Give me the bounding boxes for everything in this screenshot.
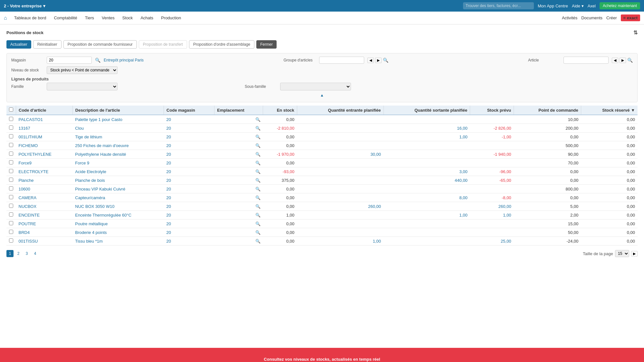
row-code[interactable]: ENCEINTE: [16, 211, 73, 219]
mon-app-centre-link[interactable]: Mon App Centre: [538, 4, 568, 8]
row-checkbox[interactable]: [9, 195, 13, 199]
row-description[interactable]: Planche de bois: [72, 176, 164, 185]
row-checkbox[interactable]: [9, 204, 13, 208]
row-code[interactable]: ELECTROLYTE: [16, 167, 73, 176]
location-icon[interactable]: 🔍: [255, 161, 260, 165]
row-emplacement[interactable]: 🔍: [214, 202, 263, 211]
row-code[interactable]: Planche: [16, 176, 73, 185]
col-qte-sortante[interactable]: Quantité sortante planifiée: [384, 106, 470, 115]
row-checkbox[interactable]: [9, 221, 13, 225]
nav-item-ventes[interactable]: Ventes: [99, 14, 118, 22]
row-checkbox[interactable]: [9, 230, 13, 234]
location-icon[interactable]: 🔍: [255, 117, 260, 122]
row-magasin[interactable]: 20: [164, 228, 214, 237]
location-icon[interactable]: 🔍: [255, 169, 260, 174]
row-description[interactable]: Polyethylene Haute densité: [72, 150, 164, 159]
row-magasin[interactable]: 20: [164, 193, 214, 202]
col-en-stock[interactable]: En stock: [263, 106, 297, 115]
article-prev-btn[interactable]: ◀: [612, 58, 618, 63]
location-icon[interactable]: 🔍: [255, 126, 260, 131]
row-emplacement[interactable]: 🔍: [214, 228, 263, 237]
row-emplacement[interactable]: 🔍: [214, 237, 263, 246]
row-code[interactable]: 13167: [16, 124, 73, 133]
row-checkbox[interactable]: [9, 186, 13, 190]
page-num-2[interactable]: 2: [15, 250, 22, 257]
page-num-4[interactable]: 4: [32, 250, 39, 257]
actualiser-button[interactable]: Actualiser: [6, 40, 31, 49]
row-magasin[interactable]: 20: [164, 176, 214, 185]
row-emplacement[interactable]: 🔍: [214, 167, 263, 176]
page-next-btn[interactable]: ▶: [631, 251, 638, 256]
row-checkbox[interactable]: [9, 160, 13, 164]
row-description[interactable]: NUC BOX 3050 W10: [72, 202, 164, 211]
row-emplacement[interactable]: 🔍: [214, 133, 263, 141]
select-all-header[interactable]: [6, 106, 16, 115]
collapse-arrow[interactable]: ▲: [11, 93, 633, 97]
magasin-link[interactable]: Entrepôt principal Paris: [104, 58, 144, 62]
groupe-next-btn[interactable]: ▶: [375, 58, 382, 63]
col-stock-prevu[interactable]: Stock prévu: [470, 106, 514, 115]
row-magasin[interactable]: 20: [164, 219, 214, 228]
home-link[interactable]: ⌂: [4, 15, 7, 21]
nav-item-achats[interactable]: Achats: [137, 14, 156, 22]
row-checkbox[interactable]: [9, 212, 13, 217]
famille-select[interactable]: [47, 83, 118, 90]
row-code[interactable]: CAMERA: [16, 193, 73, 202]
article-search-icon[interactable]: 🔍: [627, 58, 633, 63]
row-magasin[interactable]: 20: [164, 124, 214, 133]
row-description[interactable]: Palette type 1 pour Casto: [72, 115, 164, 124]
proposition-commande-button[interactable]: Proposition de commande fournisseur: [63, 40, 137, 49]
nav-item-production[interactable]: Production: [158, 14, 184, 22]
select-all-checkbox[interactable]: [9, 107, 13, 112]
row-code[interactable]: 10600: [16, 185, 73, 193]
row-code[interactable]: 001TISSU: [16, 237, 73, 246]
row-checkbox[interactable]: [9, 238, 13, 243]
col-code[interactable]: Code d'article: [16, 106, 73, 115]
row-emplacement[interactable]: 🔍: [214, 211, 263, 219]
nav-item-stock[interactable]: Stock: [119, 14, 136, 22]
col-description[interactable]: Description de l'article: [72, 106, 164, 115]
location-icon[interactable]: 🔍: [255, 195, 260, 200]
article-input[interactable]: [564, 57, 609, 64]
location-icon[interactable]: 🔍: [255, 152, 260, 157]
row-magasin[interactable]: 20: [164, 133, 214, 141]
location-icon[interactable]: 🔍: [255, 239, 260, 244]
magasin-search-icon[interactable]: 🔍: [95, 58, 100, 63]
row-magasin[interactable]: 20: [164, 141, 214, 150]
aide-link[interactable]: Aide ▾: [572, 4, 584, 8]
row-code[interactable]: BRD4: [16, 228, 73, 237]
row-emplacement[interactable]: 🔍: [214, 115, 263, 124]
row-checkbox[interactable]: [9, 125, 13, 130]
article-next-btn[interactable]: ▶: [620, 58, 626, 63]
row-emplacement[interactable]: 🔍: [214, 219, 263, 228]
groupe-search-icon[interactable]: 🔍: [383, 58, 388, 63]
nav-activites[interactable]: Activités: [562, 15, 577, 20]
proposition-transfert-button[interactable]: Proposition de transfert: [139, 40, 187, 49]
filter-toggle-icon[interactable]: ⇅: [633, 30, 638, 36]
page-num-3[interactable]: 3: [23, 250, 30, 257]
row-code[interactable]: PALCASTO1: [16, 115, 73, 124]
reinitialiser-button[interactable]: Réinitialiser: [33, 40, 62, 49]
row-code[interactable]: NUCBOX: [16, 202, 73, 211]
nav-documents[interactable]: Documents: [581, 15, 602, 20]
groupe-prev-btn[interactable]: ◀: [367, 58, 374, 63]
cta-button[interactable]: Achetez maintenant: [600, 2, 640, 9]
row-checkbox[interactable]: [9, 143, 13, 147]
row-magasin[interactable]: 20: [164, 167, 214, 176]
row-emplacement[interactable]: 🔍: [214, 159, 263, 167]
row-emplacement[interactable]: 🔍: [214, 185, 263, 193]
row-description[interactable]: Enceinte Thermorégulée 60°C: [72, 211, 164, 219]
row-code[interactable]: POUTRE: [16, 219, 73, 228]
row-checkbox[interactable]: [9, 134, 13, 138]
niveau-select[interactable]: Stock prévu < Point de commande: [47, 66, 118, 74]
row-description[interactable]: Acide Electrolyte: [72, 167, 164, 176]
row-code[interactable]: POLYETHYLENE: [16, 150, 73, 159]
location-icon[interactable]: 🔍: [255, 187, 260, 191]
row-description[interactable]: Clou: [72, 124, 164, 133]
location-icon[interactable]: 🔍: [255, 143, 260, 148]
col-emplacement[interactable]: Emplacement: [214, 106, 263, 115]
row-description[interactable]: Tissu bleu *1m: [72, 237, 164, 246]
row-checkbox[interactable]: [9, 169, 13, 173]
row-description[interactable]: Capteur/caméra: [72, 193, 164, 202]
row-magasin[interactable]: 20: [164, 202, 214, 211]
